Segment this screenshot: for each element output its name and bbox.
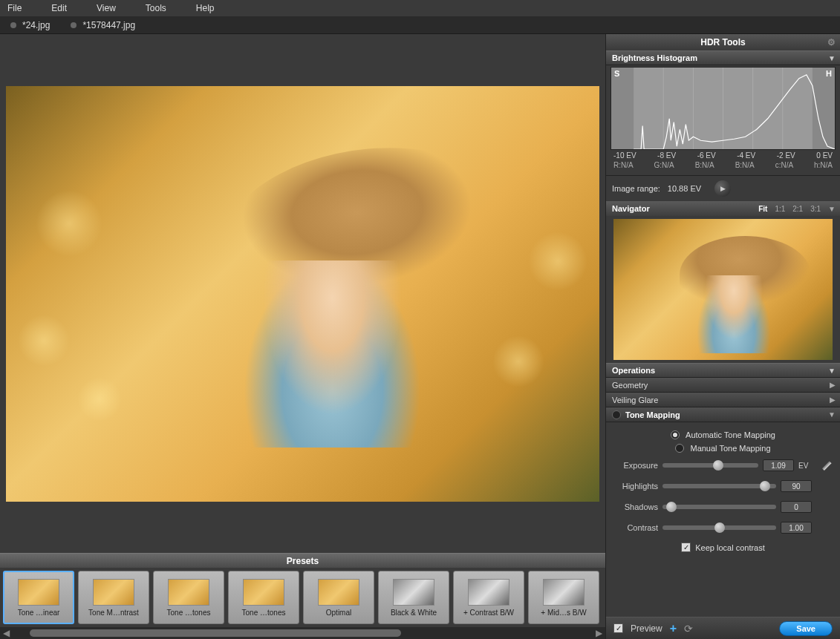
preset-label: Tone …inear — [18, 609, 60, 617]
veiling-glare-row[interactable]: Veiling Glare ▶ — [606, 393, 840, 407]
exposure-slider-row: Exposure 1.09 EV — [613, 455, 833, 476]
preview-label: Preview — [631, 623, 662, 634]
right-footer: ✓ Preview + ⟳ Save — [606, 617, 840, 639]
chevron-right-icon: ▶ — [830, 396, 836, 404]
preset-thumb — [468, 579, 509, 606]
save-button[interactable]: Save — [779, 621, 833, 636]
navigator-thumbnail[interactable] — [613, 219, 833, 360]
menu-tools[interactable]: Tools — [146, 3, 166, 13]
scroll-right-icon[interactable]: ▶ — [596, 628, 602, 638]
navigator-header[interactable]: Navigator Fit 1:1 2:1 3:1 ▼ — [606, 201, 840, 216]
highlights-slider-row: Highlights 90 — [613, 476, 833, 497]
preset-label: Tone …tones — [167, 609, 211, 617]
tone-mapping-body: Automatic Tone Mapping Manual Tone Mappi… — [606, 422, 840, 617]
contrast-value[interactable]: 1.00 — [781, 522, 812, 534]
menu-bar: File Edit View Tools Help — [0, 0, 840, 16]
panel-title-label: HDR Tools — [700, 37, 745, 47]
veiling-label: Veiling Glare — [612, 396, 658, 404]
exposure-value[interactable]: 1.09 — [763, 459, 794, 471]
shadows-slider[interactable] — [662, 505, 776, 509]
highlights-slider[interactable] — [662, 484, 776, 488]
menu-help[interactable]: Help — [196, 3, 215, 13]
hdr-tools-title: HDR Tools ⚙ — [606, 34, 840, 50]
auto-tone-mapping-row[interactable]: Automatic Tone Mapping — [613, 428, 833, 442]
preset-thumb — [543, 579, 585, 606]
preset-item[interactable]: Tone …tones — [153, 571, 224, 624]
preset-item[interactable]: + Contrast B/W — [453, 571, 524, 624]
tab-label: *1578447.jpg — [82, 20, 135, 30]
presets-title: Presets — [0, 553, 605, 568]
exposure-label: Exposure — [613, 461, 658, 470]
navigator-title: Navigator — [612, 204, 650, 213]
manual-label: Manual Tone Mapping — [690, 444, 770, 453]
shadows-value[interactable]: 0 — [781, 501, 812, 513]
geometry-row[interactable]: Geometry ▶ — [606, 378, 840, 393]
radio-auto[interactable] — [671, 430, 680, 439]
preset-item[interactable]: + Mid…s B/W — [528, 571, 599, 624]
preset-thumb — [318, 579, 359, 606]
keep-local-contrast-row[interactable]: ✓ Keep local contrast — [613, 538, 833, 557]
scroll-thumb[interactable] — [30, 629, 401, 637]
tab-0[interactable]: *24.jpg — [0, 16, 60, 33]
range-label: Image range: — [612, 184, 660, 193]
highlights-label: Highlights — [613, 482, 658, 491]
tab-close-icon[interactable] — [10, 22, 16, 28]
preset-thumb — [18, 579, 59, 606]
zoom-2-1[interactable]: 2:1 — [792, 205, 803, 213]
tone-mapping-label: Tone Mapping — [625, 410, 680, 419]
photo-preview — [6, 86, 599, 502]
chevron-down-icon[interactable]: ▼ — [828, 205, 836, 213]
scroll-left-icon[interactable]: ◀ — [3, 628, 10, 638]
chevron-down-icon: ▼ — [828, 410, 836, 419]
histogram-body: S H ◁ ▷ -10 EV-8 EV -6 EV-4 EV -2 EV0 EV — [606, 65, 840, 175]
preset-item[interactable]: Tone …inear — [3, 571, 74, 624]
play-icon[interactable]: ▶ — [714, 180, 731, 197]
checkbox-keep-local[interactable]: ✓ — [681, 543, 691, 552]
histogram-canvas[interactable]: S H ◁ ▷ — [611, 67, 836, 150]
preview-checkbox[interactable]: ✓ — [613, 623, 623, 633]
zoom-3-1[interactable]: 3:1 — [810, 205, 821, 213]
tone-mapping-toggle[interactable] — [612, 410, 621, 419]
histogram-axis: -10 EV-8 EV -6 EV-4 EV -2 EV0 EV — [611, 150, 836, 160]
tab-1[interactable]: *1578447.jpg — [60, 16, 146, 33]
preset-thumb — [93, 579, 134, 606]
radio-manual[interactable] — [675, 444, 684, 453]
auto-label: Automatic Tone Mapping — [686, 430, 775, 439]
image-range-row: Image range: 10.88 EV ▶ — [606, 175, 840, 201]
preset-item[interactable]: Tone …tones — [228, 571, 299, 624]
zoom-fit[interactable]: Fit — [758, 205, 767, 213]
preset-item[interactable]: Black & White — [378, 571, 449, 624]
preset-item[interactable]: Optimal — [303, 571, 374, 624]
presets-scrollbar[interactable]: ◀ ▶ — [0, 627, 605, 639]
zoom-1-1[interactable]: 1:1 — [775, 205, 785, 213]
tab-close-icon[interactable] — [71, 22, 76, 28]
histogram-header[interactable]: Brightness Histogram ▼ — [606, 50, 840, 65]
gear-icon[interactable]: ⚙ — [827, 37, 836, 47]
contrast-slider[interactable] — [662, 525, 776, 530]
menu-view[interactable]: View — [97, 3, 116, 13]
tone-mapping-row[interactable]: Tone Mapping ▼ — [606, 407, 840, 422]
chevron-down-icon: ▼ — [828, 367, 836, 375]
preset-label: Black & White — [391, 609, 437, 617]
manual-tone-mapping-row[interactable]: Manual Tone Mapping — [613, 442, 833, 455]
preset-label: + Contrast B/W — [463, 609, 514, 617]
histogram-title: Brightness Histogram — [612, 53, 697, 62]
plus-icon[interactable]: + — [670, 622, 677, 635]
range-value: 10.88 EV — [668, 184, 701, 193]
document-tabs: *24.jpg *1578447.jpg — [0, 16, 840, 34]
operations-header[interactable]: Operations ▼ — [606, 363, 840, 378]
refresh-icon[interactable]: ⟳ — [684, 623, 693, 635]
preset-item[interactable]: Tone M…ntrast — [78, 571, 149, 624]
geometry-label: Geometry — [612, 381, 648, 390]
editor-canvas[interactable] — [0, 34, 605, 553]
presets-panel: Presets Tone …inearTone M…ntrastTone …to… — [0, 553, 605, 639]
exposure-slider[interactable] — [662, 463, 758, 468]
menu-file[interactable]: File — [7, 3, 22, 13]
eyedropper-icon[interactable] — [822, 460, 833, 471]
preset-thumb — [393, 579, 434, 606]
highlights-value[interactable]: 90 — [781, 480, 812, 492]
chevron-down-icon: ▼ — [828, 54, 836, 62]
preset-label: Tone …tones — [242, 609, 286, 617]
menu-edit[interactable]: Edit — [51, 3, 67, 13]
exposure-unit: EV — [798, 462, 815, 470]
